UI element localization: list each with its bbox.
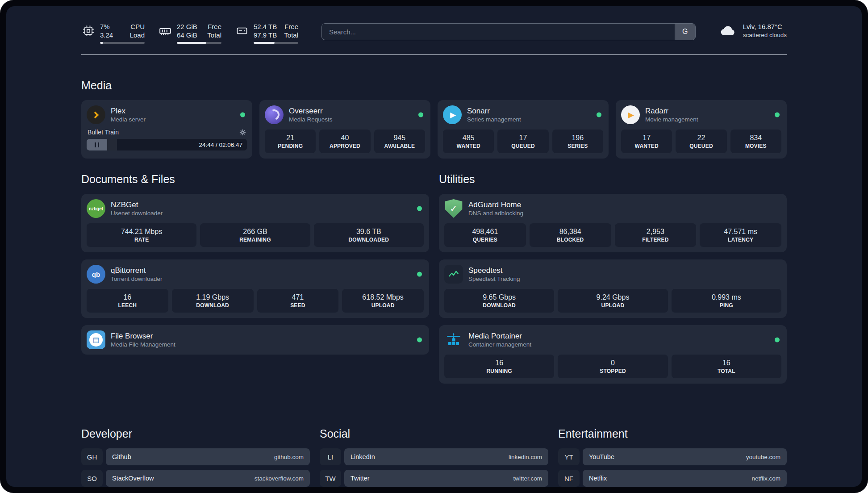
service-card-qbittorrent[interactable]: qb qBittorrent Torrent downloader 16LEEC…: [81, 259, 429, 318]
status-dot: [775, 338, 780, 343]
service-title: Media Portainer: [468, 331, 531, 341]
weather-condition: scattered clouds: [743, 31, 787, 39]
disk-progress-fill: [254, 42, 275, 44]
service-header: Overseerr Media Requests: [265, 105, 425, 124]
status-dot: [417, 206, 422, 211]
section-media: Media Plex Media server Bullet Tra: [81, 79, 787, 159]
service-card-sonarr[interactable]: ▶ Sonarr Series management 485WANTED 17Q…: [438, 100, 609, 159]
service-text: Media Portainer Container management: [468, 331, 531, 348]
service-subtitle: Media Requests: [289, 116, 333, 123]
weather-text: Lviv, 16.87°C scattered clouds: [743, 22, 787, 39]
memory-total-label: Total: [207, 31, 221, 39]
bookmark-linkedin[interactable]: LI LinkedInlinkedin.com: [320, 448, 548, 465]
service-card-nzbget[interactable]: nzbget NZBGet Usenet downloader 744.21 M…: [81, 194, 429, 252]
stat-box: 744.21 MbpsRATE: [87, 223, 196, 247]
bookmark-pill: Githubgithub.com: [106, 448, 310, 465]
service-subtitle: Torrent downloader: [111, 275, 163, 283]
section-title-developer: Developer: [81, 427, 310, 440]
stat-box: 471SEED: [257, 289, 339, 313]
service-header: Speedtest Speedtest Tracking: [444, 265, 781, 284]
search-provider-button[interactable]: G: [675, 24, 695, 40]
stat-label: STOPPED: [559, 368, 666, 375]
status-dot: [418, 113, 423, 117]
section-title-entertainment: Entertainment: [558, 427, 787, 440]
cpu-load-value: 3.24: [100, 31, 113, 39]
portainer-crane-icon: [444, 330, 463, 349]
header-divider: [81, 54, 787, 55]
service-subtitle: Speedtest Tracking: [468, 275, 520, 283]
cpu-load-label: Load: [130, 31, 145, 39]
service-card-overseerr[interactable]: Overseerr Media Requests 21PENDING 40APP…: [259, 100, 430, 159]
bookmark-twitter[interactable]: TW Twittertwitter.com: [320, 470, 548, 487]
disk-free-value: 52.4 TB: [254, 22, 277, 31]
system-metrics: 7%CPU 3.24Load 22 GiBFree 64 GiBTotal: [81, 22, 298, 44]
bookmark-youtube[interactable]: YT YouTubeyoutube.com: [558, 448, 787, 465]
service-stats: 16RUNNING 0STOPPED 16TOTAL: [444, 355, 781, 378]
service-card-filebrowser[interactable]: ▤ File Browser Media File Management: [81, 325, 429, 355]
service-text: File Browser Media File Management: [111, 331, 175, 348]
service-text: AdGuard Home DNS and adblocking: [468, 200, 523, 217]
stat-value: 196: [554, 134, 601, 142]
stat-box: 17WANTED: [621, 130, 672, 153]
service-subtitle: Usenet downloader: [111, 209, 163, 217]
memory-metric-body: 22 GiBFree 64 GiBTotal: [177, 22, 221, 44]
service-header: nzbget NZBGet Usenet downloader: [87, 199, 424, 218]
cpu-metric-body: 7%CPU 3.24Load: [100, 22, 145, 44]
stat-value: 945: [376, 134, 423, 142]
stat-value: 834: [732, 134, 780, 142]
stat-box: 47.571 msLATENCY: [700, 223, 781, 247]
stat-value: 47.571 ms: [701, 227, 780, 236]
pause-icon: [98, 142, 99, 147]
search-input[interactable]: [322, 24, 675, 40]
service-card-portainer[interactable]: Media Portainer Container management 16R…: [439, 325, 787, 384]
bookmark-pill: StackOverflowstackoverflow.com: [106, 470, 310, 487]
pause-button[interactable]: [87, 139, 107, 150]
settings-gear-icon[interactable]: [239, 129, 246, 136]
service-header: ▶ Sonarr Series management: [443, 105, 603, 124]
stat-value: 39.6 TB: [316, 227, 422, 236]
disk-icon: [235, 24, 249, 38]
cpu-progress-bar: [100, 42, 145, 44]
stat-label: PING: [673, 302, 780, 309]
disk-metric: 52.4 TBFree 97.9 TBTotal: [235, 22, 298, 44]
service-subtitle: Media server: [111, 116, 146, 123]
stat-label: PENDING: [267, 142, 314, 150]
service-card-adguard[interactable]: ✓ AdGuard Home DNS and adblocking 498,46…: [439, 194, 787, 252]
stat-label: AVAILABLE: [376, 142, 423, 150]
stat-box: 16RUNNING: [444, 355, 554, 378]
service-title: NZBGet: [111, 200, 163, 209]
bookmark-abbr: LI: [320, 448, 341, 465]
bookmark-domain: netflix.com: [751, 475, 780, 482]
cpu-icon: [81, 24, 96, 38]
service-subtitle: DNS and adblocking: [468, 209, 523, 217]
stat-label: TOTAL: [673, 368, 780, 375]
status-dot: [417, 272, 422, 277]
bookmark-group-entertainment: Entertainment YT YouTubeyoutube.com NF N…: [558, 427, 787, 487]
memory-progress-fill: [177, 42, 206, 44]
media-player-widget: Bullet Train 24:44 / 02:06:4: [87, 129, 247, 150]
service-card-plex[interactable]: Plex Media server Bullet Train: [81, 100, 252, 159]
playback-progress-bar[interactable]: 24:44 / 02:06:47: [87, 139, 247, 150]
weather-widget[interactable]: Lviv, 16.87°C scattered clouds: [719, 22, 787, 39]
nzbget-icon: nzbget: [87, 199, 105, 218]
service-title: AdGuard Home: [468, 200, 523, 209]
service-stats: 21PENDING 40APPROVED 945AVAILABLE: [265, 130, 425, 153]
stat-label: MOVIES: [732, 142, 780, 150]
search-bar: G: [321, 23, 696, 40]
service-card-radarr[interactable]: ▶ Radarr Movie management 17WANTED 22QUE…: [616, 100, 787, 159]
service-text: Speedtest Speedtest Tracking: [468, 266, 520, 283]
stat-value: 9.65 Gbps: [446, 293, 552, 302]
bookmark-abbr: YT: [558, 448, 580, 465]
stat-value: 744.21 Mbps: [88, 227, 195, 236]
memory-icon: [158, 24, 172, 38]
bookmark-github[interactable]: GH Githubgithub.com: [81, 448, 310, 465]
service-card-speedtest[interactable]: Speedtest Speedtest Tracking 9.65 GbpsDO…: [439, 259, 787, 318]
stat-value: 618.52 Mbps: [344, 293, 422, 302]
bookmark-netflix[interactable]: NF Netflixnetflix.com: [558, 470, 787, 487]
window-frame: 7%CPU 3.24Load 22 GiBFree 64 GiBTotal: [0, 0, 868, 493]
disk-total-value: 97.9 TB: [254, 31, 277, 39]
bookmark-group-social: Social LI LinkedInlinkedin.com TW Twitte…: [320, 427, 548, 487]
bookmark-stackoverflow[interactable]: SO StackOverflowstackoverflow.com: [81, 470, 310, 487]
stat-label: SERIES: [554, 142, 601, 150]
overseerr-icon: [265, 105, 284, 124]
